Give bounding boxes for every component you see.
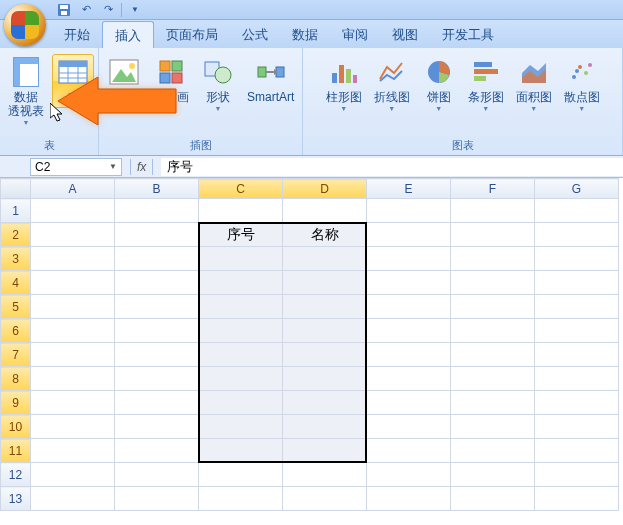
- cell-A10[interactable]: [31, 415, 115, 439]
- cell-A11[interactable]: [31, 439, 115, 463]
- cell-E6[interactable]: [367, 319, 451, 343]
- cell-C4[interactable]: [199, 271, 283, 295]
- cell-C6[interactable]: [199, 319, 283, 343]
- cell-E13[interactable]: [367, 487, 451, 511]
- qat-undo[interactable]: ↶: [76, 2, 96, 18]
- row-header-1[interactable]: 1: [1, 199, 31, 223]
- cell-G11[interactable]: [535, 439, 619, 463]
- tab-view[interactable]: 视图: [380, 21, 430, 48]
- cell-C10[interactable]: [199, 415, 283, 439]
- cell-B8[interactable]: [115, 367, 199, 391]
- bar-chart-button[interactable]: 条形图 ▼: [464, 54, 508, 114]
- row-header-10[interactable]: 10: [1, 415, 31, 439]
- cell-D7[interactable]: [283, 343, 367, 367]
- cell-G1[interactable]: [535, 199, 619, 223]
- cell-E10[interactable]: [367, 415, 451, 439]
- tab-review[interactable]: 审阅: [330, 21, 380, 48]
- cell-B10[interactable]: [115, 415, 199, 439]
- cell-C12[interactable]: [199, 463, 283, 487]
- cell-C8[interactable]: [199, 367, 283, 391]
- cell-D13[interactable]: [283, 487, 367, 511]
- smartart-button[interactable]: SmartArt: [243, 54, 298, 106]
- cell-E2[interactable]: [367, 223, 451, 247]
- column-header-D[interactable]: D: [283, 179, 367, 199]
- row-header-2[interactable]: 2: [1, 223, 31, 247]
- row-header-13[interactable]: 13: [1, 487, 31, 511]
- cell-E3[interactable]: [367, 247, 451, 271]
- cell-B2[interactable]: [115, 223, 199, 247]
- cell-G4[interactable]: [535, 271, 619, 295]
- fx-icon[interactable]: fx: [137, 160, 146, 174]
- cell-G3[interactable]: [535, 247, 619, 271]
- cell-A2[interactable]: [31, 223, 115, 247]
- cell-A4[interactable]: [31, 271, 115, 295]
- cell-B5[interactable]: [115, 295, 199, 319]
- tab-developer[interactable]: 开发工具: [430, 21, 506, 48]
- cell-F1[interactable]: [451, 199, 535, 223]
- cell-F6[interactable]: [451, 319, 535, 343]
- cell-G13[interactable]: [535, 487, 619, 511]
- worksheet-grid[interactable]: ABCDEFG12序号名称345678910111213: [0, 178, 619, 511]
- column-header-C[interactable]: C: [199, 179, 283, 199]
- cell-D11[interactable]: [283, 439, 367, 463]
- column-header-G[interactable]: G: [535, 179, 619, 199]
- qat-redo[interactable]: ↷: [98, 2, 118, 18]
- cell-B13[interactable]: [115, 487, 199, 511]
- row-header-9[interactable]: 9: [1, 391, 31, 415]
- cell-B9[interactable]: [115, 391, 199, 415]
- cell-E1[interactable]: [367, 199, 451, 223]
- cell-D9[interactable]: [283, 391, 367, 415]
- row-header-12[interactable]: 12: [1, 463, 31, 487]
- pivot-table-button[interactable]: 数据 透视表 ▼: [4, 54, 48, 128]
- select-all-corner[interactable]: [1, 179, 31, 199]
- cell-B12[interactable]: [115, 463, 199, 487]
- row-header-5[interactable]: 5: [1, 295, 31, 319]
- cell-A6[interactable]: [31, 319, 115, 343]
- pie-chart-button[interactable]: 饼图 ▼: [418, 54, 460, 114]
- cell-D4[interactable]: [283, 271, 367, 295]
- cell-G7[interactable]: [535, 343, 619, 367]
- tab-data[interactable]: 数据: [280, 21, 330, 48]
- area-chart-button[interactable]: 面积图 ▼: [512, 54, 556, 114]
- cell-C2[interactable]: 序号: [199, 223, 283, 247]
- cell-D1[interactable]: [283, 199, 367, 223]
- cell-F10[interactable]: [451, 415, 535, 439]
- cell-G5[interactable]: [535, 295, 619, 319]
- cell-E12[interactable]: [367, 463, 451, 487]
- cell-D3[interactable]: [283, 247, 367, 271]
- cell-B11[interactable]: [115, 439, 199, 463]
- cell-F9[interactable]: [451, 391, 535, 415]
- cell-F2[interactable]: [451, 223, 535, 247]
- cell-D10[interactable]: [283, 415, 367, 439]
- tab-insert[interactable]: 插入: [102, 21, 154, 49]
- scatter-chart-button[interactable]: 散点图 ▼: [560, 54, 604, 114]
- cell-F12[interactable]: [451, 463, 535, 487]
- cell-G9[interactable]: [535, 391, 619, 415]
- cell-G2[interactable]: [535, 223, 619, 247]
- cell-F13[interactable]: [451, 487, 535, 511]
- column-header-B[interactable]: B: [115, 179, 199, 199]
- cell-C11[interactable]: [199, 439, 283, 463]
- cell-A7[interactable]: [31, 343, 115, 367]
- column-header-A[interactable]: A: [31, 179, 115, 199]
- row-header-8[interactable]: 8: [1, 367, 31, 391]
- cell-F7[interactable]: [451, 343, 535, 367]
- cell-A5[interactable]: [31, 295, 115, 319]
- cell-A8[interactable]: [31, 367, 115, 391]
- cell-E5[interactable]: [367, 295, 451, 319]
- cell-A1[interactable]: [31, 199, 115, 223]
- cell-E9[interactable]: [367, 391, 451, 415]
- tab-home[interactable]: 开始: [52, 21, 102, 48]
- cell-B7[interactable]: [115, 343, 199, 367]
- qat-dropdown[interactable]: ▼: [125, 2, 145, 18]
- cell-D6[interactable]: [283, 319, 367, 343]
- cell-F11[interactable]: [451, 439, 535, 463]
- cell-G12[interactable]: [535, 463, 619, 487]
- cell-C9[interactable]: [199, 391, 283, 415]
- formula-input[interactable]: 序号: [161, 158, 623, 176]
- cell-D12[interactable]: [283, 463, 367, 487]
- tab-formulas[interactable]: 公式: [230, 21, 280, 48]
- clipart-button[interactable]: 剪贴画: [149, 54, 193, 106]
- cell-B1[interactable]: [115, 199, 199, 223]
- cell-C13[interactable]: [199, 487, 283, 511]
